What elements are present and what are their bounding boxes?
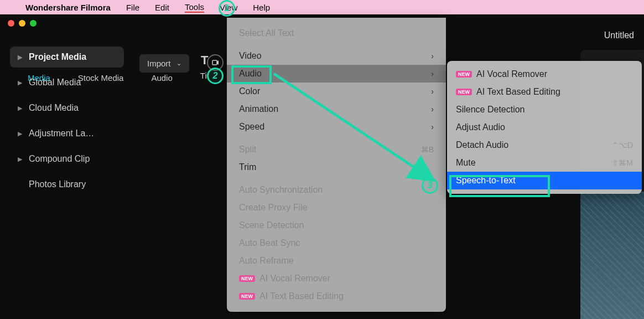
submenu-item-speech-to-text[interactable]: Speech-to-Text <box>447 172 642 189</box>
sidebar-item-label: Adjustment La… <box>29 128 94 138</box>
menu-item-beat-sync[interactable]: Auto Beat Sync <box>227 234 446 252</box>
audio-submenu: NEWAI Vocal Remover NEWAI Text Based Edi… <box>447 61 642 194</box>
menu-item-auto-reframe[interactable]: Auto Reframe <box>227 252 446 270</box>
chevron-down-icon: ⌄ <box>176 60 181 67</box>
menu-item-ai-vocal-remover[interactable]: NEWAI Vocal Remover <box>227 270 446 287</box>
close-window-button[interactable] <box>8 20 14 27</box>
menu-item-trim[interactable]: Trim <box>227 158 446 176</box>
chevron-right-icon: › <box>431 52 434 60</box>
submenu-item-ai-vocal-remover[interactable]: NEWAI Vocal Remover <box>447 65 642 83</box>
menu-item-speed[interactable]: Speed› <box>227 118 446 136</box>
menu-item-color[interactable]: Color› <box>227 83 446 100</box>
fullscreen-window-button[interactable] <box>30 20 37 27</box>
menu-item-split[interactable]: Split⌘B <box>227 141 446 158</box>
menu-edit[interactable]: Edit <box>155 3 169 12</box>
submenu-item-ai-text-editing[interactable]: NEWAI Text Based Editing <box>447 83 642 101</box>
menu-item-animation[interactable]: Animation› <box>227 100 446 118</box>
sidebar-item-adjustment-layer[interactable]: ▶ Adjustment La… <box>10 123 124 144</box>
menu-item-scene-detection[interactable]: Scene Detection <box>227 217 446 234</box>
preview-thumbnail <box>580 192 644 319</box>
minimize-window-button[interactable] <box>19 20 25 27</box>
menu-help[interactable]: Help <box>253 3 270 12</box>
import-label: Import <box>147 59 171 68</box>
sidebar-item-compound-clip[interactable]: ▶ Compound Clip <box>10 148 124 169</box>
record-button[interactable] <box>207 54 224 71</box>
menu-separator <box>232 138 440 138</box>
import-button[interactable]: Import ⌄ <box>139 54 189 73</box>
sidebar-item-project-media[interactable]: ▶ Project Media <box>10 47 124 68</box>
menu-tools[interactable]: Tools <box>185 2 204 13</box>
chevron-right-icon: › <box>431 105 434 114</box>
submenu-item-adjust-audio[interactable]: Adjust Audio <box>447 119 642 136</box>
caret-right-icon: ▶ <box>18 130 22 137</box>
sidebar-item-cloud-media[interactable]: ▶ Cloud Media <box>10 97 124 119</box>
svg-rect-5 <box>212 60 217 65</box>
caret-right-icon: ▶ <box>18 79 22 86</box>
menu-item-select-all-text[interactable]: Select All Text <box>227 24 446 42</box>
submenu-item-silence-detection[interactable]: Silence Detection <box>447 101 642 119</box>
submenu-item-mute[interactable]: Mute⇧⌘M <box>447 154 642 172</box>
chevron-right-icon: › <box>431 87 434 96</box>
chevron-right-icon: › <box>431 122 434 131</box>
macos-menubar: Wondershare Filmora File Edit Tools View… <box>0 0 644 14</box>
submenu-item-detach-audio[interactable]: Detach Audio⌃⌥D <box>447 136 642 154</box>
menu-item-ai-text-editing[interactable]: NEWAI Text Based Editing <box>227 287 446 305</box>
sidebar-item-label: Project Media <box>29 52 86 62</box>
menu-view[interactable]: View <box>220 3 237 12</box>
sidebar-item-label: Photos Library <box>29 179 86 189</box>
menu-item-auto-sync[interactable]: Auto Synchronization <box>227 181 446 199</box>
sidebar-item-label: Cloud Media <box>29 103 79 113</box>
app-name: Wondershare Filmora <box>25 3 111 12</box>
menu-item-video[interactable]: Video› <box>227 47 446 65</box>
menu-separator <box>232 44 440 45</box>
media-sidebar: ▶ Project Media ▶ Global Media ▶ Cloud M… <box>0 41 132 319</box>
sidebar-item-label: Global Media <box>29 78 81 88</box>
caret-right-icon: ▶ <box>18 156 22 163</box>
caret-right-icon: ▶ <box>18 54 22 61</box>
menu-item-proxy[interactable]: Create Proxy File <box>227 199 446 217</box>
sidebar-item-photos-library[interactable]: ▶ Photos Library <box>10 174 124 195</box>
caret-right-icon: ▶ <box>18 105 22 112</box>
tools-dropdown: Select All Text Video› Audio› Color› Ani… <box>227 18 446 312</box>
menu-separator <box>232 178 440 179</box>
project-title: Untitled <box>604 30 634 40</box>
chevron-right-icon: › <box>431 69 434 78</box>
sidebar-item-global-media[interactable]: ▶ Global Media <box>10 72 124 93</box>
menu-item-audio[interactable]: Audio› <box>227 65 446 83</box>
sidebar-item-label: Compound Clip <box>29 154 90 164</box>
menu-file[interactable]: File <box>126 3 139 12</box>
